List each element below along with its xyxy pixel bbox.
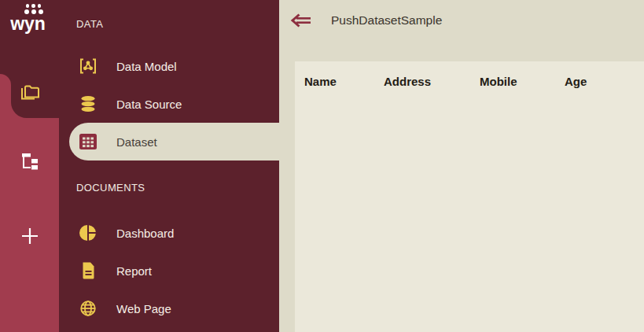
app-window: wyn DATA bbox=[0, 0, 644, 332]
rail-documents-button[interactable] bbox=[0, 75, 59, 109]
sidebar-item-label: Report bbox=[116, 264, 152, 278]
data-model-icon bbox=[79, 57, 98, 76]
sidebar-item-label: Web Page bbox=[116, 302, 171, 315]
left-rail: wyn bbox=[0, 0, 59, 332]
sidebar-item-label: Data Model bbox=[116, 60, 177, 73]
back-arrow-icon bbox=[289, 12, 313, 29]
sidebar-section-documents: DOCUMENTS bbox=[59, 160, 279, 214]
wyn-logo-dots bbox=[24, 4, 43, 14]
sidebar-item-data-model[interactable]: Data Model bbox=[59, 47, 279, 85]
sidebar: DATA Data Model bbox=[59, 0, 279, 332]
page-title: PushDatasetSample bbox=[331, 13, 442, 28]
plus-icon bbox=[20, 227, 39, 245]
content-topbar: PushDatasetSample bbox=[279, 0, 644, 41]
rail-resource-tree-button[interactable] bbox=[0, 144, 59, 179]
wyn-logo-text: wyn bbox=[10, 15, 46, 33]
sidebar-item-label: Dataset bbox=[116, 135, 157, 149]
table-header-row: Name Address Mobile Age bbox=[295, 61, 644, 101]
sidebar-section-data: DATA bbox=[59, 0, 279, 47]
sidebar-item-label: Dashboard bbox=[116, 227, 174, 240]
dataset-preview-table: Name Address Mobile Age bbox=[295, 61, 644, 332]
web-page-icon bbox=[79, 299, 98, 318]
report-icon bbox=[79, 261, 98, 280]
rail-create-button[interactable] bbox=[0, 219, 59, 253]
data-source-icon bbox=[79, 94, 98, 113]
folder-icon bbox=[18, 82, 42, 102]
column-header-age: Age bbox=[565, 75, 644, 88]
tree-icon bbox=[21, 153, 39, 170]
column-header-name: Name bbox=[304, 75, 384, 88]
sidebar-item-label: Data Source bbox=[116, 98, 182, 111]
dashboard-icon bbox=[79, 223, 98, 242]
sidebar-item-dataset[interactable]: Dataset bbox=[69, 123, 279, 160]
sidebar-item-report[interactable]: Report bbox=[59, 252, 279, 290]
wyn-logo: wyn bbox=[0, 4, 59, 33]
back-button[interactable] bbox=[289, 11, 313, 30]
column-header-address: Address bbox=[384, 75, 480, 88]
sidebar-item-dashboard[interactable]: Dashboard bbox=[59, 214, 279, 252]
sidebar-item-web-page[interactable]: Web Page bbox=[59, 290, 279, 327]
sidebar-item-data-source[interactable]: Data Source bbox=[59, 85, 279, 123]
main-content: PushDatasetSample Name Address Mobile Ag… bbox=[279, 0, 644, 332]
column-header-mobile: Mobile bbox=[480, 75, 565, 88]
dataset-icon bbox=[79, 132, 98, 151]
